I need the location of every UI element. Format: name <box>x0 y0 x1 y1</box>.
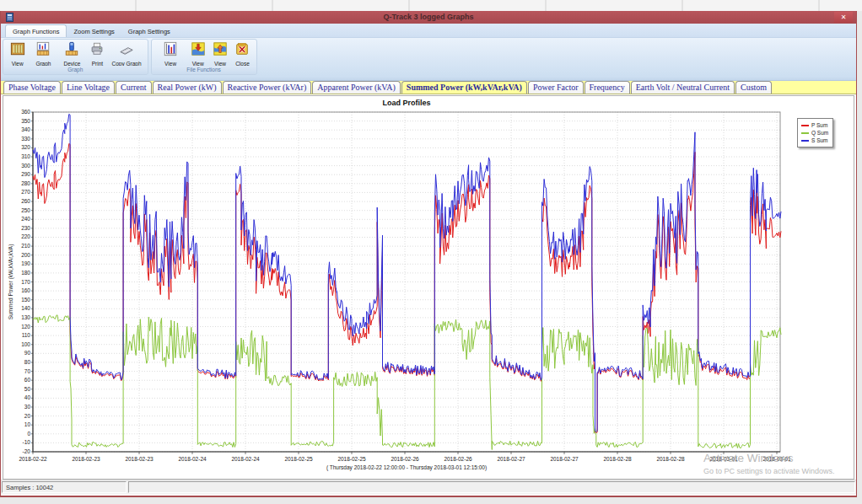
x-tick-label: 2018-02-23 <box>72 456 100 462</box>
ribbon: View ValuesGraph StatisticsDevice Statis… <box>1 38 856 76</box>
graph-tab-power-factor[interactable]: Power Factor <box>528 81 584 94</box>
y-tick-label: 120 <box>21 324 30 330</box>
view-values-icon <box>10 41 25 60</box>
y-tick-label: 340 <box>21 126 30 132</box>
chart-title: Load Profiles <box>382 99 430 107</box>
background-window-strip <box>0 0 862 11</box>
y-tick-label: 70 <box>24 368 31 374</box>
series-q-sum <box>33 315 781 450</box>
y-tick-label: 310 <box>21 153 30 159</box>
chart-panel: -20-100102030405060708090100110120130140… <box>3 95 854 480</box>
graph-tab-frequency[interactable]: Frequency <box>585 81 630 94</box>
x-tick-label: 2018-03-01 <box>709 456 738 462</box>
x-tick-label: 2018-02-24 <box>231 456 260 462</box>
y-axis-label: Summed Power (kW,kVAr,kVA) <box>8 244 14 320</box>
legend-item-q-sum: Q Sum <box>801 129 828 137</box>
y-tick-label: 50 <box>24 386 31 392</box>
legend-line-swatch <box>801 125 809 126</box>
ribbon-group-title: Graph <box>3 66 148 74</box>
x-tick-label: 2018-02-27 <box>497 456 525 462</box>
graph-tab-strip: Phase VoltageLine VoltageCurrentReal Pow… <box>1 81 856 94</box>
graph-tab-phase-voltage[interactable]: Phase Voltage <box>3 81 61 94</box>
y-tick-label: 280 <box>21 180 30 186</box>
y-tick-label: 180 <box>21 270 30 276</box>
graph-tab-summed-power-kw-kvar-kva-[interactable]: Summed Power (kW,kVAr,kVA) <box>401 81 527 94</box>
harmonics-icon <box>163 41 178 60</box>
y-tick-label: 170 <box>21 279 30 285</box>
y-tick-label: 210 <box>21 243 30 249</box>
ribbon-group-file-functions: View HarmonicsView DipsView SwellsClose … <box>151 39 257 75</box>
x-tick-label: 2018-03-01 <box>762 456 791 462</box>
ribbon-tab-graph-settings[interactable]: Graph Settings <box>121 25 177 37</box>
y-tick-label: 200 <box>21 252 30 258</box>
y-tick-label: 250 <box>21 207 30 213</box>
y-tick-label: 230 <box>21 225 30 231</box>
y-tick-label: 60 <box>24 377 31 383</box>
samples-count: Samples : 10042 <box>2 481 127 493</box>
legend-label: P Sum <box>811 122 827 128</box>
y-tick-label: -10 <box>23 439 31 445</box>
legend-label: S Sum <box>811 137 828 143</box>
y-tick-label: 300 <box>21 163 30 169</box>
graph-tab-earth-volt-neutral-current[interactable]: Earth Volt / Neutral Current <box>631 81 735 94</box>
window-title: Q-Track 3 logged Graphs <box>1 11 856 24</box>
ribbon-tab-bar: Graph FunctionsZoom SettingsGraph Settin… <box>1 24 856 38</box>
x-tick-label: 2018-02-23 <box>125 456 154 462</box>
graph-statistics-icon <box>35 41 51 60</box>
print-icon <box>89 41 105 60</box>
status-spacer <box>128 481 855 493</box>
y-tick-label: 220 <box>21 233 30 239</box>
y-tick-label: 320 <box>21 144 30 150</box>
graph-tab-custom[interactable]: Custom <box>735 81 772 94</box>
ribbon-group-title: File Functions <box>152 66 256 74</box>
y-tick-label: 150 <box>21 297 30 303</box>
device-statistics-icon <box>64 41 79 60</box>
graph-tab-current[interactable]: Current <box>116 81 152 94</box>
x-tick-label: 2018-02-28 <box>656 456 685 462</box>
x-tick-label: 2018-02-24 <box>178 456 207 462</box>
series-p-sum <box>33 143 781 432</box>
y-tick-label: 10 <box>24 421 31 427</box>
y-tick-label: 140 <box>21 305 30 311</box>
ribbon-group-graph: View ValuesGraph StatisticsDevice Statis… <box>3 39 148 75</box>
y-tick-label: 130 <box>21 314 30 320</box>
y-tick-label: 110 <box>22 332 31 338</box>
y-tick-label: 90 <box>24 350 31 356</box>
y-tick-label: 260 <box>21 198 30 204</box>
x-tick-label: 2018-02-26 <box>444 456 472 462</box>
app-window: Q-Track 3 logged Graphs ✕ Graph Function… <box>0 11 857 497</box>
y-tick-label: 20 <box>24 413 31 419</box>
y-tick-label: 290 <box>21 171 30 177</box>
ribbon-tab-zoom-settings[interactable]: Zoom Settings <box>67 25 121 37</box>
close-icon[interactable]: ✕ <box>834 12 853 23</box>
status-bar: Samples : 10042 <box>1 480 856 494</box>
y-tick-label: 240 <box>21 216 30 222</box>
y-tick-label: 0 <box>27 431 30 437</box>
y-tick-label: 190 <box>21 260 30 266</box>
y-tick-label: 330 <box>21 136 30 142</box>
load-profiles-chart[interactable]: -20-100102030405060708090100110120130140… <box>3 96 854 479</box>
legend-label: Q Sum <box>811 130 828 136</box>
graph-tab-real-power-kw-[interactable]: Real Power (kW) <box>153 81 222 94</box>
copy-clipboard-icon <box>119 41 134 60</box>
x-tick-label: 2018-02-28 <box>603 456 632 462</box>
legend-item-p-sum: P Sum <box>801 121 828 129</box>
y-tick-label: 30 <box>24 404 31 410</box>
chart-caption: ( Thursday 2018-02-22 12:00:00 - Thursda… <box>326 464 487 471</box>
y-tick-label: 360 <box>21 109 30 115</box>
dips-icon <box>191 41 206 60</box>
x-tick-label: 2018-02-25 <box>337 456 366 462</box>
ribbon-tab-graph-functions[interactable]: Graph Functions <box>5 24 67 37</box>
y-tick-label: 270 <box>21 189 30 195</box>
y-tick-label: 160 <box>21 287 30 293</box>
legend-item-s-sum: S Sum <box>801 137 828 144</box>
graph-tab-apparent-power-kva-[interactable]: Apparent Power (kVA) <box>312 81 401 94</box>
graph-tab-line-voltage[interactable]: Line Voltage <box>62 81 115 94</box>
y-tick-label: -20 <box>23 448 31 454</box>
legend-line-swatch <box>801 132 809 134</box>
x-tick-label: 2018-02-27 <box>550 456 579 462</box>
x-tick-label: 2018-02-26 <box>391 456 419 462</box>
y-tick-label: 100 <box>21 341 30 347</box>
title-bar[interactable]: Q-Track 3 logged Graphs ✕ <box>1 11 856 24</box>
graph-tab-reactive-power-kvar-[interactable]: Reactive Power (kVAr) <box>223 81 312 94</box>
